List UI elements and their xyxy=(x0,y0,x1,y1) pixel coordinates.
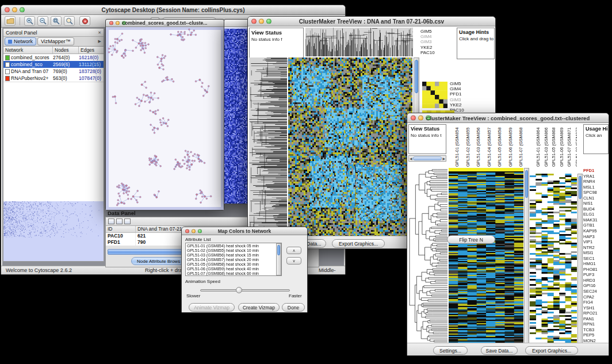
gene-label[interactable]: PAN1 xyxy=(583,316,609,322)
gene-label[interactable]: GIM4 xyxy=(420,34,453,39)
column-label[interactable]: GPL51-02 (GSM855 xyxy=(460,124,471,168)
attribute-select-icon[interactable] xyxy=(108,219,114,224)
gene-label[interactable]: YSH1 xyxy=(583,305,609,311)
tab-network[interactable]: Network xyxy=(5,37,36,45)
gene-label[interactable]: BUD4 xyxy=(583,206,609,212)
gene-label[interactable]: NTR2 xyxy=(583,245,609,251)
tv1-row-dendrogram-canvas[interactable] xyxy=(249,58,287,237)
gene-label[interactable]: KAP95 xyxy=(583,228,609,234)
gene-label[interactable]: MSL1 xyxy=(583,185,609,190)
attribute-item[interactable]: GPL51-07 (GSM868) heat shock 60 min xyxy=(187,271,280,276)
column-label[interactable]: GPL51-01 (GSM864 xyxy=(530,124,538,168)
save-data-button[interactable]: Save Data... xyxy=(481,346,518,355)
tv2-heatmap1-canvas[interactable] xyxy=(449,168,523,344)
gene-label[interactable]: PFD1 xyxy=(450,91,473,97)
list-scrollbar[interactable] xyxy=(276,243,281,275)
treeview1-titlebar[interactable]: ClusterMaker TreeView : DNA and Tran 07-… xyxy=(248,17,495,26)
close-icon[interactable] xyxy=(5,7,10,13)
network-window-titlebar[interactable]: combined_scores_good.txt--cluste... xyxy=(106,20,224,27)
scroll-thumb[interactable] xyxy=(579,176,582,199)
gene-label[interactable]: SEC24 xyxy=(583,289,609,294)
column-label[interactable]: GPL51-05 (GSM858 xyxy=(491,124,502,168)
network-list-row[interactable]: combined_scores 2764(0) 16218(0) xyxy=(3,54,104,61)
gene-label[interactable]: CPA2 xyxy=(583,294,609,300)
treeview2-titlebar[interactable]: ClusterMaker TreeView : combined_scores_… xyxy=(407,113,609,123)
settings-button[interactable]: Settings... xyxy=(433,346,468,355)
gene-label[interactable]: NIS1 xyxy=(583,201,609,206)
network-list-row[interactable]: combined_sco 2569(6) 13112(15) xyxy=(3,61,104,68)
column-label[interactable]: GPL51-06 (GSM869 xyxy=(553,124,561,168)
gene-label[interactable]: SPC98 xyxy=(583,190,609,196)
gene-label[interactable]: YKE2 xyxy=(420,45,453,50)
gene-label[interactable]: GIM3 xyxy=(420,39,453,44)
scroll-right-icon[interactable]: ▶ xyxy=(442,157,445,160)
gene-label[interactable]: MAK31 xyxy=(583,217,609,223)
gene-label[interactable]: PEP5 xyxy=(583,332,609,338)
gene-label[interactable]: HRD3 xyxy=(583,278,609,283)
move-down-button[interactable]: ∨ xyxy=(286,257,301,265)
gene-label[interactable]: HAP3 xyxy=(583,234,609,240)
close-icon[interactable] xyxy=(411,116,416,121)
gene-label[interactable]: GIM4 xyxy=(450,86,473,91)
tv2-dendrogram-canvas[interactable] xyxy=(408,168,447,344)
tv2-heatmap2-canvas[interactable] xyxy=(530,174,577,344)
column-label[interactable]: GPL51-03 (GSM866 xyxy=(538,124,546,168)
create-vizmap-button[interactable]: Create Vizmap xyxy=(238,303,280,312)
column-label[interactable]: GPL51-03 (GSM856 xyxy=(470,124,481,168)
gene-label[interactable]: HMG1 xyxy=(583,261,609,267)
tv1-column-dendrogram-canvas[interactable] xyxy=(305,28,413,56)
scroll-thumb[interactable] xyxy=(415,60,418,93)
gene-label[interactable]: YKE2 xyxy=(450,102,473,108)
minimize-icon[interactable] xyxy=(192,229,196,233)
speed-slider-track[interactable] xyxy=(200,289,290,292)
column-label[interactable]: GPL51-07 (GSM868 xyxy=(512,124,523,168)
gene-label[interactable]: GIM5 xyxy=(420,29,453,34)
horizontal-scrollbar[interactable]: ◀ ▶ xyxy=(408,155,446,162)
annotation-button[interactable] xyxy=(79,16,90,26)
gene-label[interactable]: MSI1 xyxy=(583,250,609,256)
column-label[interactable]: GPL51-04 (GSM857 xyxy=(481,124,492,168)
attribute-item[interactable]: GPL51-06 (GSM859) heat shock 40 min xyxy=(187,267,280,271)
gene-label[interactable]: PFD1 xyxy=(583,168,609,174)
tab-vizmapper[interactable]: VizMapper™ xyxy=(37,37,74,45)
gene-label[interactable]: GIM3 xyxy=(450,97,473,102)
gene-label[interactable]: PUF3 xyxy=(583,272,609,278)
tab-overflow-icon[interactable]: ▶ xyxy=(98,39,102,44)
column-header[interactable]: Network xyxy=(3,47,53,53)
flip-tree-button[interactable]: Flip Tree N xyxy=(447,235,495,244)
network-list-row[interactable]: RNAPuberNov2+ 563(0) 107847(0) xyxy=(3,75,104,82)
attribute-item[interactable]: GPL51-01 (GSM854) heat shock 05 min xyxy=(187,244,280,248)
done-button[interactable]: Done xyxy=(282,303,305,312)
gene-label[interactable]: SEC1 xyxy=(583,256,609,262)
node-attribute-browser-button[interactable]: Node Attribute Brows xyxy=(131,257,186,265)
column-header[interactable]: Edges xyxy=(79,47,104,53)
speed-slider-thumb[interactable] xyxy=(236,287,242,293)
gene-label[interactable]: GTB1 xyxy=(583,223,609,228)
attribute-delete-icon[interactable] xyxy=(124,219,131,224)
export-graphics-button[interactable]: Export Graphics... xyxy=(332,239,385,248)
column-label[interactable]: GPL51-05 (GSM868 xyxy=(545,124,553,168)
gene-label[interactable]: GPI16 xyxy=(583,283,609,289)
close-icon[interactable] xyxy=(251,19,257,24)
attribute-item[interactable]: GPL51-03 (GSM856) heat shock 15 min xyxy=(187,253,280,258)
move-up-button[interactable]: ∧ xyxy=(286,247,301,254)
gene-label[interactable]: TCB3 xyxy=(583,327,609,333)
scroll-left-icon[interactable]: ◀ xyxy=(410,157,412,160)
column-label[interactable]: GPL51-06 (GSM859 xyxy=(502,124,513,168)
gene-label[interactable]: RPO21 xyxy=(583,311,609,316)
dialog-titlebar[interactable]: Map Colors to Network xyxy=(182,227,307,235)
column-label[interactable]: GPL51-08 (GSM872 xyxy=(569,124,577,168)
main-titlebar[interactable]: Cytoscape Desktop (Session Name: collins… xyxy=(1,5,345,15)
tv2-vertical-scrollbar-2[interactable] xyxy=(577,174,583,344)
gene-label[interactable]: RPN1 xyxy=(583,321,609,327)
gene-label[interactable]: RNR4 xyxy=(583,179,609,185)
attribute-item[interactable]: GPL51-04 (GSM857) heat shock 20 min xyxy=(187,258,280,262)
tv2-vertical-scrollbar-1[interactable] xyxy=(524,168,529,344)
attribute-create-icon[interactable] xyxy=(116,219,123,224)
attribute-listbox[interactable]: GPL51-01 (GSM854) heat shock 05 minGPL51… xyxy=(185,243,282,276)
panel-close-icon[interactable]: ✕ xyxy=(98,30,101,35)
scroll-thumb[interactable] xyxy=(277,245,280,255)
zoom-fit-button[interactable] xyxy=(51,16,62,26)
column-header[interactable]: Nodes xyxy=(53,47,79,53)
animate-vizmap-button[interactable]: Animate Vizmap xyxy=(189,303,235,312)
